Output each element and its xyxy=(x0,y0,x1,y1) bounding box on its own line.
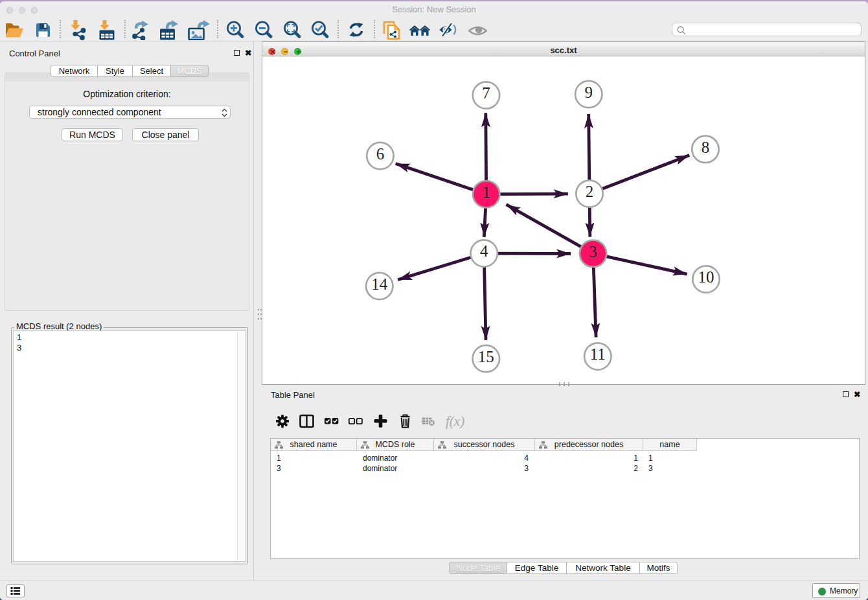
svg-text:14: 14 xyxy=(371,275,388,293)
svg-text:7: 7 xyxy=(482,84,490,102)
svg-text:8: 8 xyxy=(702,139,710,156)
svg-text:4: 4 xyxy=(480,242,488,260)
svg-text:15: 15 xyxy=(478,348,494,365)
svg-text:2: 2 xyxy=(586,183,594,200)
svg-text:9: 9 xyxy=(585,84,593,101)
svg-text:1: 1 xyxy=(482,183,490,201)
svg-text:3: 3 xyxy=(589,243,597,260)
svg-text:f(x): f(x) xyxy=(446,413,464,429)
svg-text:6: 6 xyxy=(376,145,385,163)
svg-text:11: 11 xyxy=(590,345,606,363)
svg-text:10: 10 xyxy=(698,268,714,286)
